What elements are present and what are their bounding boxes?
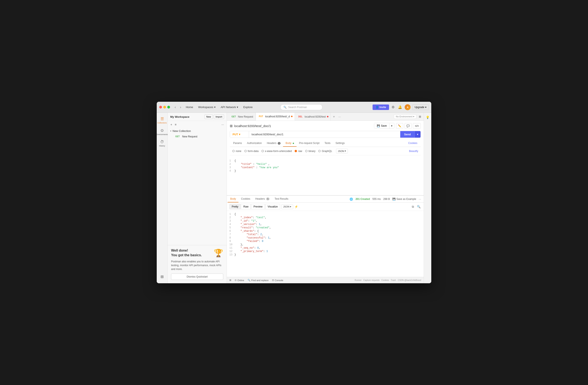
tab-pre-request[interactable]: Pre-request Script xyxy=(296,140,322,147)
edit-icon-button[interactable]: ✏️ xyxy=(396,123,403,129)
tab-put-localhost[interactable]: PUT localhost:9200/test/_d xyxy=(256,113,295,121)
save-button-group: 💾 Save ▾ xyxy=(374,123,394,129)
copy-response-button[interactable]: ⧉ xyxy=(411,204,415,209)
status-console[interactable]: ⊡ Console xyxy=(272,279,283,282)
filter-button[interactable]: ≡ xyxy=(174,122,177,127)
body-form-data-option[interactable]: form-data xyxy=(244,150,258,153)
resp-line-11: 11 "_seq_no": 0, xyxy=(227,246,424,250)
notifications-button[interactable]: 🔔 xyxy=(397,104,403,110)
request-tabs: Params Authorization Headers 8 Body Pre-… xyxy=(230,140,421,147)
body-none-option[interactable]: none xyxy=(232,150,241,153)
url-input[interactable] xyxy=(249,131,400,138)
beautify-button[interactable]: Beautify xyxy=(409,150,418,153)
send-dropdown-button[interactable]: ▾ xyxy=(415,131,420,138)
method-value: PUT xyxy=(232,133,238,136)
request-item[interactable]: GET New Request xyxy=(168,134,227,139)
code-line-4: 4 } xyxy=(227,169,424,173)
resp-visualize-tab[interactable]: Visualize xyxy=(265,204,280,209)
collection-item[interactable]: ▾ New Collection xyxy=(168,128,227,134)
resp-raw-tab[interactable]: Raw xyxy=(241,204,251,209)
tab-params[interactable]: Params xyxy=(231,140,244,147)
tab-right-actions: No Environment ▾ ⊞ xyxy=(394,114,422,119)
resp-tab-body[interactable]: Body xyxy=(228,196,238,203)
method-select[interactable]: PUT ▾ xyxy=(230,131,249,138)
sidebar-item-environments[interactable]: ⊙ Environments xyxy=(158,126,167,137)
sidebar-item-collections[interactable]: ☰ Collections xyxy=(158,115,167,126)
dismiss-quickstart-button[interactable]: Dismiss Quickstart xyxy=(171,274,223,280)
save-icon: 💾 xyxy=(392,198,396,201)
save-chevron-button[interactable]: ▾ xyxy=(389,123,394,129)
comment-icon-button[interactable]: 💬 xyxy=(404,123,412,129)
history-icon: ⏱ xyxy=(160,140,164,144)
headers-badge: 8 xyxy=(278,142,280,144)
save-icon: 💾 xyxy=(377,124,380,127)
sidebar-item-extensions[interactable]: ⊞ xyxy=(158,273,167,281)
more-options-button[interactable]: ··· xyxy=(221,122,225,127)
fullscreen-button[interactable] xyxy=(167,106,170,108)
tab-settings[interactable]: Settings xyxy=(333,140,347,147)
resp-line-10: 10 }, xyxy=(227,243,424,246)
avatar[interactable]: A xyxy=(405,104,411,110)
body-binary-option[interactable]: binary xyxy=(305,150,315,153)
resp-filter-button[interactable]: ⚡ xyxy=(294,205,298,208)
more-response-options[interactable]: ··· xyxy=(419,197,421,201)
right-sidebar-btn-1[interactable]: 💡 xyxy=(424,114,431,120)
tab-tests[interactable]: Tests xyxy=(322,140,333,147)
sidebar-item-history[interactable]: ⏱ History xyxy=(158,138,167,149)
resp-tab-cookies[interactable]: Cookies xyxy=(238,196,252,203)
workspaces-nav[interactable]: Workspaces ▾ xyxy=(196,105,217,110)
environment-select[interactable]: No Environment ▾ xyxy=(394,114,416,119)
body-raw-option[interactable]: raw xyxy=(295,150,302,153)
radio-graphql xyxy=(318,150,321,152)
body-urlencoded-option[interactable]: x-www-form-urlencoded xyxy=(261,150,292,153)
invite-button[interactable]: 👤 Invite xyxy=(373,104,389,110)
close-button[interactable] xyxy=(159,106,162,108)
code-icon-button[interactable]: </> xyxy=(413,123,421,129)
resp-pretty-tab[interactable]: Pretty xyxy=(229,204,241,209)
api-network-nav[interactable]: API Network ▾ xyxy=(219,105,240,110)
tab-del-localhost[interactable]: DEL localhost:9200/test xyxy=(295,113,331,121)
import-button[interactable]: Import xyxy=(214,114,224,119)
send-button[interactable]: Send xyxy=(400,131,415,138)
minimize-button[interactable] xyxy=(163,106,166,108)
environment-config-button[interactable]: ⊞ xyxy=(418,114,422,119)
radio-urlencoded xyxy=(261,150,264,152)
resp-line-8: 8 "successful": 1, xyxy=(227,236,424,240)
resp-line-5: 5 "result": "created", xyxy=(227,226,424,229)
extensions-icon: ⊞ xyxy=(161,274,164,279)
json-format-select[interactable]: JSON ▾ xyxy=(336,149,348,153)
back-button[interactable]: ‹ xyxy=(173,104,177,110)
explore-nav[interactable]: Explore xyxy=(242,105,254,110)
search-response-button[interactable]: 🔍 xyxy=(416,204,421,209)
add-collection-button[interactable]: + xyxy=(170,122,173,127)
settings-button[interactable]: ⚙ xyxy=(391,104,395,110)
add-tab-button[interactable]: + xyxy=(331,115,336,119)
collections-icon: ☰ xyxy=(161,117,164,121)
upgrade-button[interactable]: Upgrade ▾ xyxy=(412,104,429,110)
new-button[interactable]: New xyxy=(205,114,213,119)
resp-tab-test-results[interactable]: Test Results xyxy=(272,196,291,203)
resp-preview-tab[interactable]: Preview xyxy=(251,204,265,209)
search-icon: 🔍 xyxy=(283,106,287,109)
status-layout-toggle[interactable]: ⊞ xyxy=(229,279,231,282)
resp-line-4: 4 "_version": 1, xyxy=(227,223,424,226)
status-find-replace[interactable]: 🔍 Find and replace xyxy=(248,279,269,282)
radio-binary xyxy=(305,150,308,152)
body-graphql-option[interactable]: GraphQL xyxy=(318,150,332,153)
request-body-editor[interactable]: 1 { 2 "title" : "hello" , 3 "content" xyxy=(227,158,424,195)
save-example-button[interactable]: 💾 Save as Example xyxy=(392,198,416,201)
tab-get-new-request[interactable]: GET New Request xyxy=(229,113,255,121)
save-button[interactable]: 💾 Save xyxy=(374,123,389,129)
resp-json-select[interactable]: JSON ▾ xyxy=(281,204,293,209)
more-tabs-button[interactable]: ··· xyxy=(337,115,342,118)
resp-tab-headers[interactable]: Headers 5 xyxy=(253,196,272,203)
search-bar[interactable]: 🔍 Search Postman xyxy=(280,104,322,110)
cookies-link[interactable]: Cookies xyxy=(406,140,420,147)
tab-authorization[interactable]: Authorization xyxy=(244,140,264,147)
status-online[interactable]: ⊙ Online xyxy=(235,279,244,282)
quickstart-panel: 🏆 Well done! You got the basics. Postman… xyxy=(168,245,227,283)
tab-body[interactable]: Body xyxy=(283,140,296,147)
forward-button[interactable]: › xyxy=(179,104,182,110)
home-nav[interactable]: Home xyxy=(184,105,195,110)
tab-headers[interactable]: Headers 8 xyxy=(264,140,283,147)
